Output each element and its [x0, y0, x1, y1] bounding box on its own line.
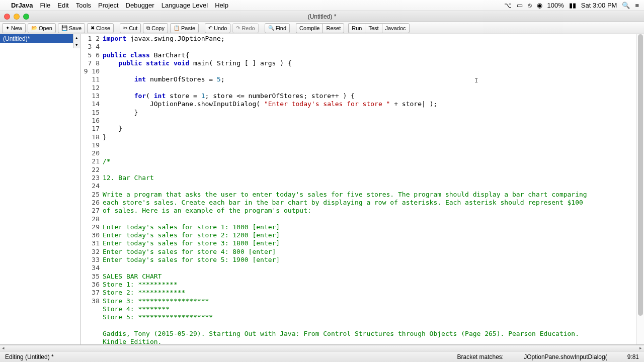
minimize-window-button[interactable] [14, 14, 20, 20]
undo-button[interactable]: ↶Undo [205, 23, 230, 33]
close-window-button[interactable] [4, 14, 10, 20]
file-list-sidebar: (Untitled)* ▴ ▾ [0, 34, 80, 344]
paste-icon: 📋 [174, 25, 180, 31]
code-area[interactable]: import javax.swing.JOptionPane; public c… [103, 34, 636, 344]
compile-button[interactable]: Compile [296, 23, 323, 33]
new-icon: ✦ [6, 25, 10, 31]
scrollbar-thumb[interactable] [638, 34, 643, 316]
vertical-scrollbar[interactable] [636, 34, 644, 344]
hscroll-right-icon[interactable]: ▸ [639, 345, 642, 350]
copy-icon: ⧉ [146, 25, 150, 31]
close-icon: ✖ [91, 25, 95, 31]
toolbar: ✦New 📂Open 💾Save ✖Close ✂Cut ⧉Copy 📋Past… [0, 22, 644, 34]
copy-button[interactable]: ⧉Copy [143, 23, 168, 33]
window-title: (Untitled) * [308, 13, 337, 20]
javadoc-button[interactable]: Javadoc [382, 23, 410, 33]
open-icon: 📂 [31, 25, 37, 31]
app-name[interactable]: DrJava [11, 2, 33, 9]
battery-percent: 100% [547, 2, 564, 9]
redo-icon: ↷ [236, 25, 240, 31]
menu-help[interactable]: Help [215, 2, 228, 9]
zoom-window-button[interactable] [23, 14, 29, 20]
battery-icon[interactable]: ▮▮ [569, 2, 576, 9]
cut-button[interactable]: ✂Cut [120, 23, 141, 33]
reset-button[interactable]: Reset [323, 23, 344, 33]
line-number-gutter: 1 2 3 4 5 6 7 8 9 10 11 12 13 14 15 16 1… [80, 34, 103, 344]
open-button[interactable]: 📂Open [28, 23, 56, 33]
test-button[interactable]: Test [365, 23, 381, 33]
menu-tools[interactable]: Tools [76, 2, 91, 9]
status-left: Editing (Untitled) * [5, 353, 54, 360]
new-button[interactable]: ✦New [2, 23, 26, 33]
main-area: (Untitled)* ▴ ▾ 1 2 3 4 5 6 7 8 9 10 11 … [0, 34, 644, 345]
menu-file[interactable]: File [40, 2, 50, 9]
bluetooth-icon[interactable]: ⎋ [528, 2, 532, 9]
menu-icon[interactable]: ≡ [635, 2, 639, 9]
save-icon: 💾 [61, 25, 67, 31]
bracket-match-value: JOptionPane.showInputDialog( [524, 353, 607, 360]
screen-icon[interactable]: ▭ [517, 2, 523, 9]
macos-menubar: DrJava File Edit Tools Project Debugger … [0, 0, 644, 11]
dropbox-icon[interactable]: ⌥ [504, 2, 512, 9]
bracket-match-label: Bracket matches: [457, 353, 504, 360]
clock[interactable]: Sat 3:00 PM [581, 2, 617, 9]
code-editor[interactable]: 1 2 3 4 5 6 7 8 9 10 11 12 13 14 15 16 1… [80, 34, 644, 344]
menu-debugger[interactable]: Debugger [126, 2, 154, 9]
text-cursor-icon: I [474, 77, 478, 84]
close-button[interactable]: ✖Close [87, 23, 114, 33]
run-button[interactable]: Run [348, 23, 365, 33]
sidebar-file-item[interactable]: (Untitled)* [0, 34, 80, 43]
sidebar-down-icon[interactable]: ▾ [73, 41, 80, 48]
sidebar-up-icon[interactable]: ▴ [73, 34, 80, 41]
menu-language-level[interactable]: Language Level [162, 2, 208, 9]
save-button[interactable]: 💾Save [58, 23, 85, 33]
status-bar: Editing (Untitled) * Bracket matches: JO… [0, 351, 644, 362]
wifi-icon[interactable]: ◉ [537, 2, 542, 9]
menu-project[interactable]: Project [98, 2, 118, 9]
paste-button[interactable]: 📋Paste [170, 23, 199, 33]
find-icon: 🔍 [268, 25, 274, 31]
find-button[interactable]: 🔍Find [265, 23, 290, 33]
menu-edit[interactable]: Edit [57, 2, 68, 9]
cursor-position: 9:81 [627, 353, 639, 360]
redo-button[interactable]: ↷Redo [232, 23, 258, 33]
undo-icon: ↶ [208, 25, 212, 31]
spotlight-icon[interactable]: 🔍 [622, 2, 630, 9]
window-titlebar: (Untitled) * [0, 11, 644, 22]
cut-icon: ✂ [123, 25, 127, 31]
horizontal-scrollbar[interactable]: ◂ ▸ [0, 345, 644, 351]
hscroll-left-icon[interactable]: ◂ [2, 345, 5, 350]
